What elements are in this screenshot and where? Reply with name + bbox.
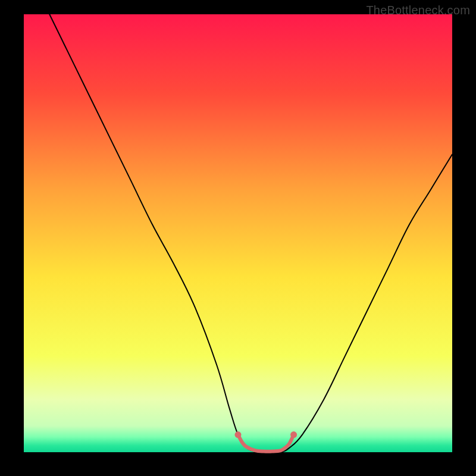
chart-svg [0,0,476,476]
marker-endpoint [290,431,297,438]
bottleneck-chart: TheBottleneck.com [0,0,476,476]
marker-endpoint [235,431,242,438]
plot-background [24,14,452,452]
watermark-text: TheBottleneck.com [366,4,470,17]
